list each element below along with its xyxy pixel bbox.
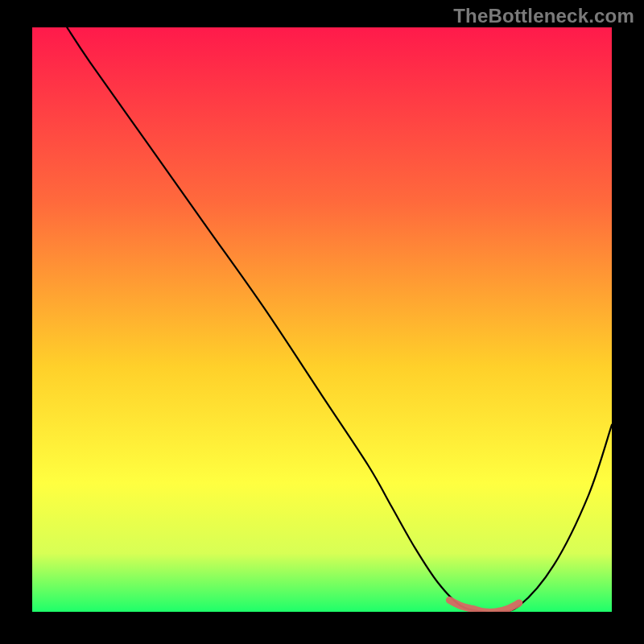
chart-container: TheBottleneck.com xyxy=(0,0,644,644)
gradient-background xyxy=(32,27,612,612)
bottleneck-chart xyxy=(0,0,644,644)
watermark-text: TheBottleneck.com xyxy=(453,5,634,27)
